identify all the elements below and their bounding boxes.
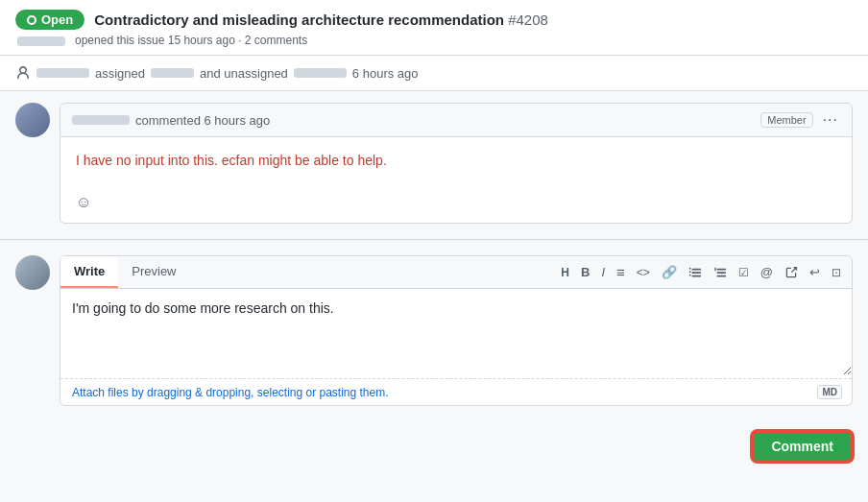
- comment-body-text: I have no input into this. ecfan might b…: [76, 151, 836, 171]
- reply-row: Write Preview H B I ≡ <>: [15, 255, 853, 406]
- comment-submit-button[interactable]: Comment: [752, 431, 853, 462]
- comment-header: commented 6 hours ago Member ···: [60, 104, 852, 137]
- write-box: Write Preview H B I ≡ <>: [60, 255, 853, 406]
- comment-more-options-button[interactable]: ···: [821, 111, 840, 129]
- quote-icon-button[interactable]: ≡: [614, 262, 628, 282]
- write-tabs: Write Preview H B I ≡ <>: [60, 256, 852, 289]
- issue-header-top: Open Contradictory and misleading archit…: [15, 10, 853, 30]
- toolbar-icons: H B I ≡ <> 🔗: [558, 262, 852, 282]
- open-badge-label: Open: [41, 12, 73, 27]
- assignment-row: assigned and unassigned 6 hours ago: [0, 56, 868, 91]
- comment-header-right: Member ···: [760, 111, 840, 129]
- open-badge-icon: [27, 15, 36, 25]
- attach-row: Attach files by dragging & dropping, sel…: [60, 378, 852, 405]
- assignee-redacted: [151, 68, 194, 78]
- comment-bubble: commented 6 hours ago Member ··· I have …: [60, 103, 853, 224]
- link-icon-button[interactable]: 🔗: [659, 263, 680, 281]
- assignment-time: 6 hours ago: [352, 66, 419, 81]
- undo-icon-button[interactable]: ↩: [807, 263, 823, 281]
- reply-avatar: [15, 255, 50, 290]
- unordered-list-icon-button[interactable]: [686, 264, 705, 281]
- commenter-redacted: [72, 115, 130, 125]
- attach-text: Attach files by dragging & dropping, sel…: [72, 386, 389, 399]
- reply-textarea[interactable]: I'm going to do some more research on th…: [60, 289, 852, 375]
- assignment-text2: and unassigned: [200, 66, 288, 81]
- task-list-icon-button[interactable]: ☑: [735, 264, 752, 281]
- issue-title: Contradictory and misleading architectur…: [94, 12, 548, 28]
- fullscreen-icon-button[interactable]: ⊡: [829, 264, 844, 281]
- ordered-list-icon-button[interactable]: [711, 264, 730, 281]
- italic-icon-button[interactable]: I: [598, 263, 608, 281]
- write-tab[interactable]: Write: [60, 256, 118, 288]
- assignment-text1: assigned: [95, 66, 145, 81]
- person-icon: [15, 65, 31, 81]
- preview-tab[interactable]: Preview: [118, 256, 189, 288]
- emoji-row: ☺: [60, 194, 852, 223]
- comment-body: I have no input into this. ecfan might b…: [60, 137, 852, 194]
- reference-icon-button[interactable]: [782, 264, 801, 281]
- code-icon-button[interactable]: <>: [634, 264, 653, 281]
- issue-meta-user-redacted: [17, 36, 65, 46]
- issue-number: #4208: [508, 12, 548, 28]
- reply-section: Write Preview H B I ≡ <>: [0, 240, 868, 421]
- comment-btn-row: Comment: [0, 421, 868, 475]
- md-badge: MD: [817, 385, 842, 399]
- mention-icon-button[interactable]: @: [758, 263, 776, 281]
- issue-header: Open Contradictory and misleading archit…: [0, 0, 868, 56]
- comment-row: commented 6 hours ago Member ··· I have …: [15, 103, 853, 224]
- emoji-reaction-button[interactable]: ☺: [76, 194, 91, 211]
- comment-meta: commented 6 hours ago: [135, 113, 270, 128]
- comment-header-left: commented 6 hours ago: [72, 113, 270, 128]
- avatar: [15, 103, 50, 137]
- member-badge: Member: [760, 112, 812, 128]
- issue-meta-text: opened this issue 15 hours ago · 2 comme…: [75, 34, 307, 47]
- comment-section: commented 6 hours ago Member ··· I have …: [0, 91, 868, 224]
- unassignee-redacted: [294, 68, 347, 78]
- issue-title-text: Contradictory and misleading architectur…: [94, 12, 504, 28]
- issue-meta: opened this issue 15 hours ago · 2 comme…: [15, 34, 853, 47]
- assigner-redacted: [36, 68, 89, 78]
- bold-icon-button[interactable]: B: [578, 263, 592, 281]
- heading-icon-button[interactable]: H: [558, 264, 572, 281]
- open-status-badge: Open: [15, 10, 84, 30]
- page-wrapper: Open Contradictory and misleading archit…: [0, 0, 868, 502]
